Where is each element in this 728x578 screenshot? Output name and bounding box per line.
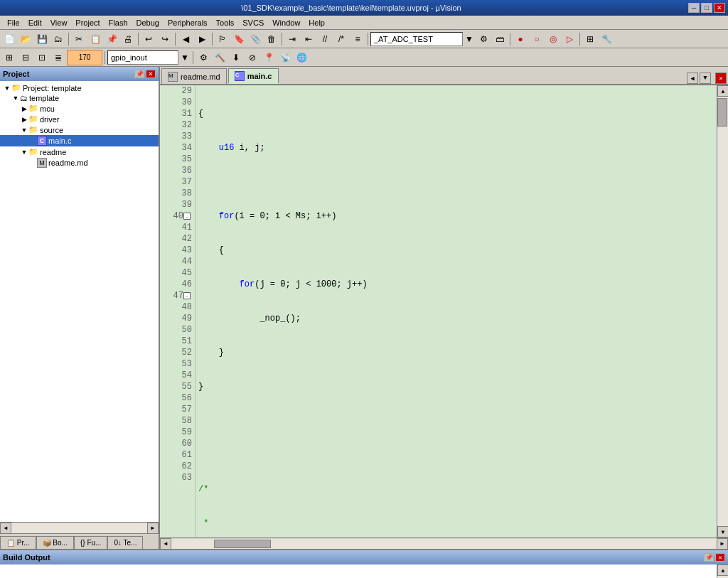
gpio-dropdown[interactable]: gpio_inout: [107, 50, 178, 65]
proj-tab-pr[interactable]: 📋 Pr...: [0, 536, 36, 549]
tb-db[interactable]: 🗃: [492, 31, 508, 47]
fold-40[interactable]: -: [183, 213, 191, 220]
tree-item-source[interactable]: ▼ 📁 source: [0, 124, 159, 135]
tb-paste[interactable]: 📌: [104, 31, 119, 47]
tb-new[interactable]: 📄: [1, 31, 17, 47]
editor-menu-btn[interactable]: ◀: [687, 73, 698, 84]
tb-code5[interactable]: ≡: [350, 31, 365, 47]
tab-readme[interactable]: M readme.md: [161, 68, 227, 84]
h-scroll-track[interactable]: [171, 539, 717, 549]
editor-close-btn[interactable]: ✕: [715, 73, 727, 84]
proj-scroll-left[interactable]: ◀: [0, 523, 11, 534]
tb2-download[interactable]: ⬇: [228, 50, 244, 65]
close-button[interactable]: ✕: [714, 3, 725, 13]
tb-cut[interactable]: ✂: [71, 31, 87, 47]
tb2-btn8[interactable]: 📡: [277, 50, 293, 65]
target-dropdown[interactable]: _AT_ADC_TEST: [370, 32, 463, 46]
tb2-btn1[interactable]: ⊞: [1, 50, 17, 65]
maximize-button[interactable]: □: [701, 3, 712, 13]
tb2-addr[interactable]: 📍: [261, 50, 277, 65]
proj-scroll-right[interactable]: ▶: [147, 523, 159, 534]
menu-project[interactable]: Project: [71, 17, 104, 28]
menu-edit[interactable]: Edit: [24, 17, 46, 28]
tb2-build[interactable]: 170: [67, 50, 102, 65]
tree-item-driver[interactable]: ▶ 📁 driver: [0, 114, 159, 124]
expander-readme[interactable]: ▼: [20, 149, 28, 156]
tb2-erase[interactable]: ⊘: [245, 50, 260, 65]
tb-bookmark[interactable]: 🏳: [215, 31, 230, 47]
tree-item-readme-folder[interactable]: ▼ 📁 readme: [0, 146, 159, 157]
tb-options[interactable]: ⚙: [476, 31, 491, 47]
proj-tab-te[interactable]: 0↓ Te...: [107, 536, 143, 549]
scroll-thumb[interactable]: [717, 98, 727, 127]
code-content[interactable]: { u16 i, j; for(i = 0; i < Ms; i++) { fo…: [196, 85, 717, 537]
menu-help[interactable]: Help: [304, 17, 329, 28]
build-pin-btn[interactable]: 📌: [704, 553, 714, 562]
tb-bookmark-prev[interactable]: 🔖: [231, 31, 247, 47]
scroll-up-btn[interactable]: ▲: [717, 85, 728, 97]
editor-list-btn[interactable]: ▼: [700, 73, 711, 84]
h-scroll-thumb[interactable]: [214, 540, 271, 548]
tb-clear-bookmarks[interactable]: 🗑: [264, 31, 279, 47]
tree-item-main-c[interactable]: C main.c: [0, 135, 159, 146]
tb-nav-back[interactable]: ◀: [178, 31, 193, 47]
tb-wrench[interactable]: 🔧: [599, 31, 614, 47]
tree-item-readme-md[interactable]: M readme.md: [0, 157, 159, 168]
expander-root[interactable]: ▼: [3, 85, 11, 92]
tb-comment[interactable]: //: [317, 31, 333, 47]
proj-tab-bo[interactable]: 📦 Bo...: [36, 536, 74, 549]
minimize-button[interactable]: ─: [688, 3, 700, 13]
menu-view[interactable]: View: [46, 17, 72, 28]
tb2-btn2[interactable]: ⊟: [18, 50, 33, 65]
menu-tools[interactable]: Tools: [212, 17, 239, 28]
build-scroll-up[interactable]: ▲: [717, 564, 728, 576]
expander-template[interactable]: ▼: [11, 95, 20, 102]
tb-dd-arrow[interactable]: ▼: [464, 31, 475, 47]
tb2-btn4[interactable]: ≣: [50, 50, 66, 65]
tree-item-project-root[interactable]: ▼ 📁 Project: template: [0, 82, 159, 93]
build-close-btn[interactable]: ✕: [715, 553, 725, 562]
tb-nav-fwd[interactable]: ▶: [194, 31, 210, 47]
scroll-right-btn[interactable]: ▶: [717, 538, 728, 550]
tb-uncomment[interactable]: /*: [333, 31, 349, 47]
tree-item-template[interactable]: ▼ 🗂 template: [0, 93, 159, 103]
menu-peripherals[interactable]: Peripherals: [164, 17, 212, 28]
tree-item-mcu[interactable]: ▶ 📁 mcu: [0, 103, 159, 114]
tb-undo[interactable]: ↩: [141, 31, 156, 47]
tb-outdent[interactable]: ⇤: [301, 31, 316, 47]
expander-source[interactable]: ▼: [20, 127, 28, 134]
expander-mcu[interactable]: ▶: [20, 105, 28, 112]
tb-save[interactable]: 💾: [34, 31, 50, 47]
menu-window[interactable]: Window: [268, 17, 304, 28]
project-close-button[interactable]: ✕: [146, 70, 156, 78]
menu-svcs[interactable]: SVCS: [238, 17, 268, 28]
proj-tab-fu[interactable]: {} Fu...: [74, 536, 107, 549]
expander-driver[interactable]: ▶: [20, 116, 28, 123]
tb2-btn9[interactable]: 🌐: [294, 50, 309, 65]
scroll-track[interactable]: [717, 97, 728, 526]
tb-open[interactable]: 📂: [18, 31, 33, 47]
gpio-dd-arrow[interactable]: ▼: [179, 50, 191, 65]
project-pin-button[interactable]: 📌: [134, 70, 144, 78]
tb-redo[interactable]: ↪: [157, 31, 173, 47]
menu-flash[interactable]: Flash: [105, 17, 132, 28]
tb-grid[interactable]: ⊞: [582, 31, 598, 47]
tb-circle-empty[interactable]: ○: [529, 31, 545, 47]
scroll-down-btn[interactable]: ▼: [717, 526, 728, 537]
scroll-left-btn[interactable]: ◀: [160, 538, 171, 550]
menu-file[interactable]: File: [3, 17, 24, 28]
tb-circle-red[interactable]: ●: [513, 31, 528, 47]
tb2-btn3[interactable]: ⊡: [34, 50, 50, 65]
tb-bookmark-next[interactable]: 📎: [247, 31, 263, 47]
tb-arrow-right[interactable]: ▷: [562, 31, 577, 47]
tb-print[interactable]: 🖨: [120, 31, 136, 47]
tb-circle2[interactable]: ◎: [545, 31, 561, 47]
menu-debug[interactable]: Debug: [132, 17, 164, 28]
tb-indent[interactable]: ⇥: [284, 31, 300, 47]
tb2-build2[interactable]: 🔨: [212, 50, 228, 65]
tab-main-c[interactable]: C main.c: [228, 68, 279, 84]
tb-save-all[interactable]: 🗂: [50, 31, 66, 47]
tb-copy[interactable]: 📋: [87, 31, 103, 47]
tb2-configure[interactable]: ⚙: [196, 50, 211, 65]
fold-47[interactable]: -: [183, 292, 191, 299]
